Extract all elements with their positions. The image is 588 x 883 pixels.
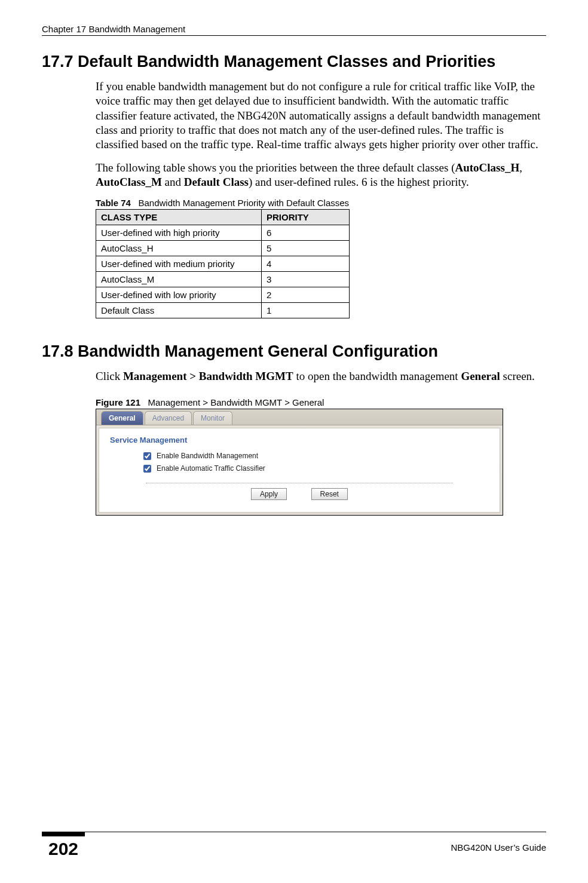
checkbox-row-enable-classifier: Enable Automatic Traffic Classifier [141,463,489,474]
text: and [162,176,184,188]
table-row: Default Class1 [96,303,350,318]
table-cell: 5 [262,241,350,256]
checkbox-label: Enable Bandwidth Management [157,452,258,460]
table-cell: AutoClass_M [96,272,262,287]
table-row: User-defined with low priority2 [96,287,350,303]
enable-bwm-checkbox[interactable] [143,452,151,460]
page-number-box: 202 [42,832,85,859]
text-bold: Default Class [184,176,249,188]
table-cell: 1 [262,303,350,318]
text: , [519,161,522,174]
figure-121-screenshot: General Advanced Monitor Service Managem… [96,409,503,516]
table-row: AutoClass_H5 [96,241,350,256]
table-cell: User-defined with medium priority [96,256,262,272]
text: ) and user-defined rules. 6 is the highe… [249,176,469,188]
caption-label: Table 74 [96,198,131,208]
tab-general[interactable]: General [101,411,143,425]
section-17-7-heading: 17.7 Default Bandwidth Management Classe… [42,53,546,71]
text: Click [96,370,123,382]
text: The following table shows you the priori… [96,161,455,174]
guide-name: NBG420N User’s Guide [451,842,546,853]
text: to open the bandwidth management [293,370,461,382]
text-bold: Management > Bandwidth MGMT [123,370,293,382]
enable-classifier-checkbox[interactable] [143,465,151,473]
caption-label: Figure 121 [96,397,140,407]
reset-button[interactable]: Reset [311,488,348,500]
body-paragraph: The following table shows you the priori… [96,161,546,190]
table-row: User-defined with medium priority4 [96,256,350,272]
table-header-class-type: CLASS TYPE [96,210,262,225]
table-cell: 3 [262,272,350,287]
tab-bar: General Advanced Monitor [96,409,503,425]
table-header-priority: PRIORITY [262,210,350,225]
section-17-8-heading: 17.8 Bandwidth Management General Config… [42,342,546,361]
body-paragraph: Click Management > Bandwidth MGMT to ope… [96,369,546,384]
text-bold: AutoClass_M [96,176,162,188]
text-bold: General [461,370,500,382]
divider [146,483,453,483]
table-cell: User-defined with low priority [96,287,262,303]
apply-button[interactable]: Apply [251,488,287,500]
caption-text: Bandwidth Management Priority with Defau… [138,198,349,208]
priority-table: CLASS TYPE PRIORITY User-defined with hi… [96,209,350,318]
tab-monitor[interactable]: Monitor [193,411,232,425]
table-cell: Default Class [96,303,262,318]
table-cell: 2 [262,287,350,303]
figure-121-caption: Figure 121 Management > Bandwidth MGMT >… [96,397,546,407]
table-cell: 6 [262,225,350,241]
checkbox-row-enable-bwm: Enable Bandwidth Management [141,450,489,462]
text: screen. [500,370,535,382]
table-74-caption: Table 74 Bandwidth Management Priority w… [96,198,546,208]
body-paragraph: If you enable bandwidth management but d… [96,79,546,152]
page-number: 202 [46,839,81,859]
table-cell: User-defined with high priority [96,225,262,241]
table-row: AutoClass_M3 [96,272,350,287]
table-cell: AutoClass_H [96,241,262,256]
text-bold: AutoClass_H [455,161,520,174]
tab-advanced[interactable]: Advanced [145,411,192,425]
checkbox-label: Enable Automatic Traffic Classifier [157,464,265,473]
chapter-header: Chapter 17 Bandwidth Management [42,24,546,34]
table-cell: 4 [262,256,350,272]
caption-text: Management > Bandwidth MGMT > General [148,397,324,407]
table-row: User-defined with high priority6 [96,225,350,241]
service-management-label: Service Management [110,436,489,444]
